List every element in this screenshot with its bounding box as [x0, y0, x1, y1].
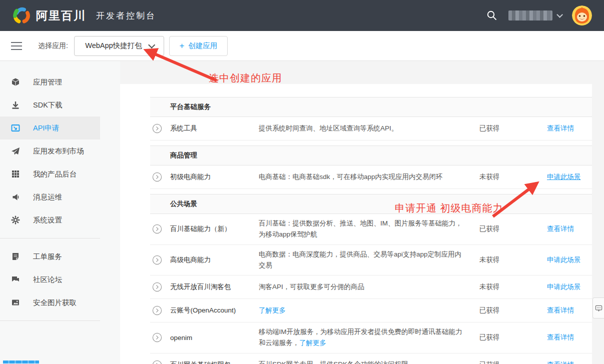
image-icon	[11, 298, 20, 307]
chevron-expand-icon[interactable]	[150, 282, 170, 292]
status-text: 已获得	[479, 360, 547, 364]
service-desc: 移动端IM开放服务，为移动应用开发者提供免费的即时通讯基础能力和云端服务，了解更…	[259, 326, 479, 349]
chevron-expand-icon[interactable]	[150, 332, 170, 342]
table-row: 云账号(OpenAccount) 了解更多 已获得 查看详情	[150, 299, 592, 322]
sidebar-item-label: 应用发布到市场	[33, 146, 84, 156]
sidebar: 应用管理 SDK下载 API申请 应用发布到市场 我的产品后台 消息运维	[0, 61, 120, 364]
sidebar-item-system-settings[interactable]: 系统设置	[0, 208, 100, 232]
status-text: 已获得	[479, 333, 547, 342]
search-icon[interactable]	[486, 10, 497, 21]
paper-plane-icon	[11, 146, 20, 156]
service-name: 高级电商能力	[170, 256, 259, 264]
status-text: 未获得	[479, 282, 547, 292]
chevron-expand-icon[interactable]	[150, 360, 170, 364]
avatar[interactable]	[572, 6, 592, 26]
service-desc: 百川SDK网关专用，提供SDK各个功能的访问权限。	[259, 359, 479, 364]
sidebar-divider	[0, 320, 100, 321]
sidebar-divider	[0, 238, 100, 238]
chevron-expand-icon[interactable]	[150, 306, 170, 316]
view-details-link[interactable]: 查看详情	[547, 333, 574, 342]
annotation-select-app: 选中创建的应用	[209, 72, 282, 85]
sidebar-item-api-apply[interactable]: API申请	[0, 116, 100, 140]
service-desc-text: 百川基础：提供数据分析、推送、地图、IM、图片服务等基础能力，为移动app保驾护…	[259, 220, 462, 238]
download-icon	[11, 100, 20, 110]
forum-icon	[11, 275, 20, 284]
sidebar-item-my-product-backend[interactable]: 我的产品后台	[0, 162, 100, 186]
table-row: 无线开放百川淘客包 淘客API，可获取更多可分佣的商品 未获得 申请此场景	[150, 276, 592, 299]
gear-icon	[11, 216, 20, 224]
sidebar-item-label: API申请	[33, 124, 59, 133]
view-details-link[interactable]: 查看详情	[547, 306, 574, 315]
sidebar-item-label: 社区论坛	[33, 275, 62, 284]
apply-scene-link[interactable]: 申请此场景	[547, 282, 581, 292]
chevron-down-icon[interactable]	[556, 12, 563, 18]
chevron-expand-icon[interactable]	[150, 124, 170, 134]
baichuan-logo-icon[interactable]	[12, 6, 31, 25]
sidebar-item-label: 工单服务	[33, 252, 62, 262]
table-row: 系统工具 提供系统时间查询、地址区域查询等系统API。 已获得 查看详情	[150, 117, 592, 140]
service-desc: 电商数据：电商深度能力，提供商品、交易等api支持app定制应用内交易	[259, 249, 479, 272]
sidebar-item-message-ops[interactable]: 消息运维	[0, 186, 100, 208]
sidebar-item-publish-to-market[interactable]: 应用发布到市场	[0, 140, 100, 162]
top-header: 阿里百川 开发者控制台	[0, 0, 604, 31]
ticket-icon	[11, 252, 20, 261]
dropdown-chevron-icon	[148, 41, 155, 48]
table-row: 高级电商能力 电商数据：电商深度能力，提供商品、交易等api支持app定制应用内…	[150, 245, 592, 276]
status-text: 已获得	[479, 124, 547, 133]
username-masked[interactable]	[508, 10, 552, 20]
speaker-icon	[11, 192, 20, 202]
service-name: openim	[170, 334, 259, 342]
api-services-panel: 平台基础服务 系统工具 提供系统时间查询、地址区域查询等系统API。 已获得 查…	[120, 84, 592, 364]
chevron-expand-icon[interactable]	[150, 224, 170, 234]
cube-icon	[11, 78, 20, 86]
sidebar-item-label: 安全图片获取	[33, 298, 77, 308]
table-row: openim 移动端IM开放服务，为移动应用开发者提供免费的即时通讯基础能力和云…	[150, 322, 592, 354]
feedback-tab[interactable]	[592, 298, 604, 318]
grid-icon	[11, 170, 20, 178]
view-details-link[interactable]: 查看详情	[547, 360, 574, 364]
learn-more-link[interactable]: 了解更多	[259, 306, 286, 314]
apply-scene-link[interactable]: 申请此场景	[547, 172, 581, 182]
service-name: 无线开放百川淘客包	[170, 282, 259, 292]
apply-scene-link[interactable]: 申请此场景	[547, 256, 581, 264]
view-details-link[interactable]: 查看详情	[547, 224, 574, 234]
brand-name: 阿里百川	[36, 8, 86, 24]
hamburger-menu-icon[interactable]	[11, 42, 22, 50]
sidebar-item-community-forum[interactable]: 社区论坛	[0, 268, 100, 291]
sidebar-item-sdk-download[interactable]: SDK下载	[0, 94, 100, 116]
sidebar-item-label: 应用管理	[33, 78, 62, 87]
status-text: 已获得	[479, 306, 547, 315]
sidebar-item-label: 消息运维	[33, 192, 62, 202]
sidebar-item-app-management[interactable]: 应用管理	[0, 70, 100, 94]
service-desc-text: 电商基础：电商基础sdk，可在移动app内实现应用内交易闭环	[259, 173, 443, 180]
status-text: 已获得	[479, 224, 547, 234]
section-title: 平台基础服务	[150, 97, 592, 117]
table-row: 初级电商能力 电商基础：电商基础sdk，可在移动app内实现应用内交易闭环 未获…	[150, 166, 592, 189]
sidebar-item-label: 我的产品后台	[33, 170, 77, 179]
sidebar-bottom-clipped-link[interactable]	[3, 360, 39, 364]
create-app-button[interactable]: + 创建应用	[169, 36, 228, 56]
select-app-label: 选择应用:	[38, 42, 68, 50]
sidebar-item-label: SDK下载	[33, 100, 63, 110]
learn-more-link[interactable]: 了解更多	[299, 339, 326, 346]
service-desc: 提供系统时间查询、地址区域查询等系统API。	[259, 123, 479, 134]
service-name: 百川基础能力（新）	[170, 224, 259, 234]
service-name: 初级电商能力	[170, 172, 259, 182]
service-desc-text: 提供系统时间查询、地址区域查询等系统API。	[259, 124, 398, 132]
service-name: 系统工具	[170, 124, 259, 133]
service-desc-text: 百川SDK网关专用，提供SDK各个功能的访问权限。	[259, 360, 415, 364]
chevron-expand-icon[interactable]	[150, 255, 170, 265]
console-title: 开发者控制台	[96, 10, 156, 22]
service-desc: 了解更多	[259, 305, 479, 316]
api-window-icon	[11, 124, 20, 132]
chevron-expand-icon[interactable]	[150, 172, 170, 182]
sidebar-item-security-image[interactable]: 安全图片获取	[0, 291, 100, 314]
service-desc: 百川基础：提供数据分析、推送、地图、IM、图片服务等基础能力，为移动app保驾护…	[259, 218, 479, 240]
app-selector-value: WebApp快捷打包	[85, 41, 142, 50]
service-desc: 淘客API，可获取更多可分佣的商品	[259, 282, 479, 292]
app-selector-dropdown[interactable]: WebApp快捷打包	[74, 36, 164, 56]
service-desc: 电商基础：电商基础sdk，可在移动app内实现应用内交易闭环	[259, 172, 479, 182]
view-details-link[interactable]: 查看详情	[547, 124, 574, 133]
sidebar-item-ticket-service[interactable]: 工单服务	[0, 245, 100, 268]
status-text: 未获得	[479, 172, 547, 182]
